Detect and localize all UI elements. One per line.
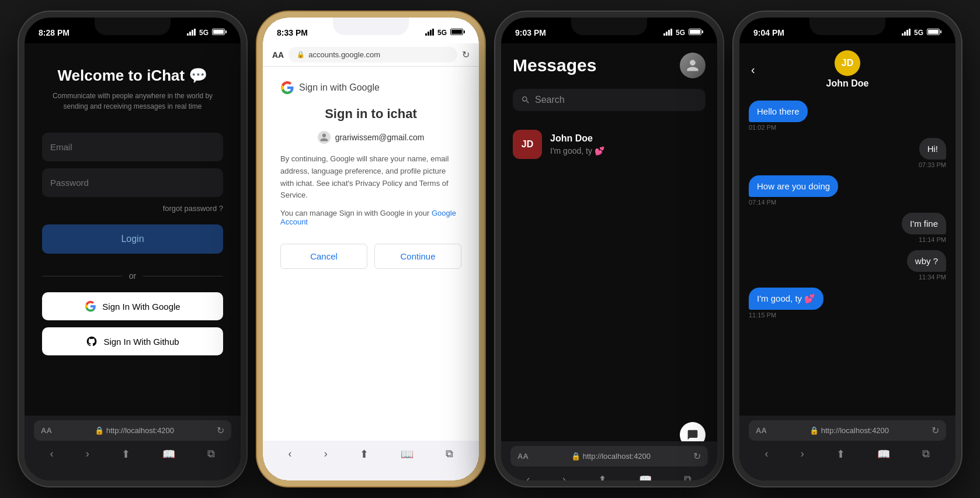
message-4: wby ? 11:34 PM	[749, 250, 946, 281]
msg-time-5: 11:15 PM	[749, 312, 776, 319]
message-2: How are you doing 07:14 PM	[749, 175, 946, 206]
browser-bar-1: AA 🔒 http://localhost:4200 ↻ ‹ › ⬆ 📖 ⧉	[25, 416, 241, 480]
phone-frame-1: 8:28 PM 5G	[19, 12, 246, 486]
msg-bubble-2: How are you doing	[749, 175, 838, 197]
bookmarks-icon-2[interactable]: 📖	[401, 448, 413, 461]
tabs-icon-2[interactable]: ⧉	[446, 448, 453, 461]
google-logo-header	[280, 81, 294, 95]
msg-bubble-0: Hello there	[749, 101, 808, 122]
conversation-item-0[interactable]: JD John Doe I'm good, ty 💕	[501, 123, 717, 166]
phone-frame-4: 9:04 PM 5G	[734, 12, 961, 486]
password-input[interactable]	[42, 168, 223, 197]
google-top-bar: AA 🔒 accounts.google.com ↻	[263, 43, 479, 67]
google-url-bar[interactable]: 🔒 accounts.google.com	[289, 47, 457, 63]
google-signin-title: Sign in to ichat	[280, 106, 461, 122]
notch-2	[333, 18, 409, 35]
google-account-row: grariwissem@gmail.com	[280, 131, 461, 144]
google-account-link[interactable]: Google Account	[280, 209, 456, 226]
tabs-icon-1[interactable]: ⧉	[207, 448, 215, 461]
battery-icon-4	[927, 29, 941, 37]
msg-time-2: 07:14 PM	[749, 199, 776, 206]
reload-icon-2[interactable]: ↻	[462, 49, 470, 60]
msg-bubble-3: I'm fine	[902, 213, 946, 234]
msg-bubble-5: I'm good, ty 💕	[749, 288, 823, 310]
phone-google-auth: 8:33 PM 5G	[257, 12, 485, 486]
phone-frame-2: 8:33 PM 5G	[257, 12, 485, 486]
bookmarks-icon-3[interactable]: 📖	[639, 473, 652, 480]
status-time-1: 8:28 PM	[39, 28, 69, 37]
signal-icon-4	[902, 29, 911, 37]
reload-icon-3[interactable]: ↻	[693, 451, 701, 462]
email-input[interactable]	[42, 133, 223, 161]
browser-bar-3: AA 🔒 http://localhost:4200 ↻ ‹ › ⬆ 📖 ⧉	[501, 441, 717, 480]
screen-1: 8:28 PM 5G	[25, 18, 241, 480]
notch-1	[95, 18, 171, 35]
reload-icon-1[interactable]: ↻	[217, 425, 224, 436]
login-content: Welcome to iChat 💬 Communicate with peop…	[25, 43, 241, 480]
conv-preview-0: I'm good, ty 💕	[550, 146, 706, 155]
back-icon-4[interactable]: ‹	[765, 448, 769, 461]
screen-3: 9:03 PM 5G	[501, 18, 717, 480]
login-button[interactable]: Login	[42, 224, 223, 254]
url-text-1: 🔒 http://localhost:4200	[95, 426, 174, 435]
url-bar-1[interactable]: AA 🔒 http://localhost:4200 ↻	[34, 420, 231, 441]
phone-login: 8:28 PM 5G	[19, 12, 246, 486]
url-bar-4[interactable]: AA 🔒 http://localhost:4200 ↻	[749, 420, 946, 441]
back-icon-1[interactable]: ‹	[50, 448, 54, 461]
messages-title: Messages	[513, 56, 596, 75]
url-bar-3[interactable]: AA 🔒 http://localhost:4200 ↻	[510, 446, 708, 466]
reload-icon-4[interactable]: ↻	[932, 425, 939, 436]
msg-time-3: 11:14 PM	[919, 236, 946, 243]
bookmarks-icon-4[interactable]: 📖	[877, 448, 890, 461]
status-time-3: 9:03 PM	[515, 28, 546, 37]
google-continue-button[interactable]: Continue	[374, 244, 461, 269]
search-bar[interactable]: Search	[513, 89, 706, 111]
bookmarks-icon-1[interactable]: 📖	[162, 448, 175, 461]
login-screen: Welcome to iChat 💬 Communicate with peop…	[25, 43, 241, 480]
forward-icon-3[interactable]: ›	[562, 473, 566, 480]
google-url-text: accounts.google.com	[308, 50, 380, 59]
tabs-icon-4[interactable]: ⧉	[922, 448, 930, 461]
google-content: Sign in with Google Sign in to ichat gra…	[263, 67, 479, 479]
status-time-2: 8:33 PM	[277, 28, 308, 37]
network-type-1: 5G	[199, 29, 208, 37]
chat-header: ‹ JD John Doe	[739, 43, 955, 95]
status-time-4: 9:04 PM	[753, 28, 784, 37]
message-0: Hello there 01:02 PM	[749, 101, 946, 131]
aa-text-4: AA	[756, 426, 767, 435]
google-consent-text: By continuing, Google will share your na…	[280, 153, 461, 202]
forward-icon-2[interactable]: ›	[324, 448, 328, 461]
back-icon-2[interactable]: ‹	[289, 448, 292, 461]
share-icon-2[interactable]: ⬆	[360, 448, 369, 461]
lock-icon-4: 🔒	[809, 426, 819, 435]
forgot-password-link[interactable]: forgot password ?	[163, 204, 223, 213]
forward-icon-4[interactable]: ›	[801, 448, 804, 461]
back-button-chat[interactable]: ‹	[751, 63, 755, 77]
google-signin-button[interactable]: Sign In With Google	[42, 292, 223, 320]
back-icon-3[interactable]: ‹	[527, 473, 530, 480]
google-cancel-button[interactable]: Cancel	[280, 244, 367, 269]
share-icon-3[interactable]: ⬆	[598, 473, 607, 480]
nav-icons-2: ‹ › ⬆ 📖 ⧉	[272, 445, 470, 463]
msg-time-0: 01:02 PM	[749, 124, 776, 131]
tabs-icon-3[interactable]: ⧉	[684, 473, 691, 480]
google-logo-row: Sign in with Google	[280, 81, 461, 95]
user-avatar-header[interactable]	[680, 53, 706, 78]
google-manage-text: You can manage Sign in with Google in yo…	[280, 209, 461, 226]
message-1: Hi! 07:33 PM	[749, 138, 946, 168]
battery-icon-1	[212, 29, 227, 37]
share-icon-4[interactable]: ⬆	[836, 448, 845, 461]
message-3: I'm fine 11:14 PM	[749, 213, 946, 243]
forward-icon-1[interactable]: ›	[86, 448, 89, 461]
nav-icons-1: ‹ › ⬆ 📖 ⧉	[34, 445, 231, 463]
login-title: Welcome to iChat 💬	[58, 67, 208, 85]
github-signin-button[interactable]: Sign In With Github	[42, 327, 223, 355]
divider: or	[42, 271, 223, 281]
share-icon-1[interactable]: ⬆	[121, 448, 130, 461]
status-icons-1: 5G	[187, 29, 227, 37]
screen-4: 9:04 PM 5G	[739, 18, 955, 480]
conv-avatar-0: JD	[513, 130, 542, 159]
network-type-2: 5G	[437, 29, 447, 37]
google-logo	[85, 300, 96, 312]
signal-icon-2	[425, 29, 434, 37]
